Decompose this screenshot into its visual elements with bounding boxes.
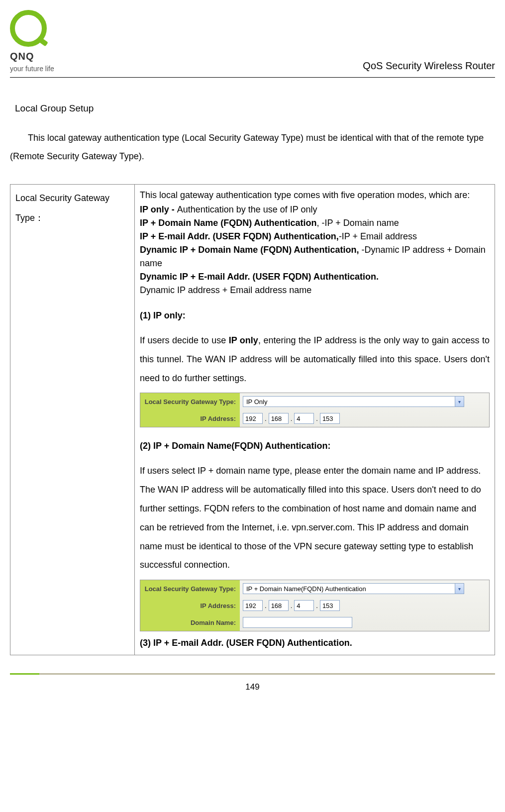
section-intro: This local gateway authentication type (… <box>10 129 495 167</box>
mode-4: Dynamic IP + Domain Name (FQDN) Authenti… <box>140 243 490 270</box>
logo-block: QNQ your future life <box>10 10 54 74</box>
tagline: your future life <box>10 64 54 74</box>
subsection-1-body: If users decide to use IP only, entering… <box>140 331 490 388</box>
subsection-1-head: (1) IP only: <box>140 309 490 322</box>
footer-rule <box>10 673 495 675</box>
ip-address-field: 192. 168. 4. 153 <box>240 413 489 424</box>
gateway-type-value: IP Only <box>246 397 267 407</box>
ui-panel-ip-only: Local Security Gateway Type: IP Only ▾ I… <box>140 393 490 427</box>
gateway-type-select[interactable]: IP + Domain Name(FQDN) Authentication ▾ <box>243 583 464 594</box>
mode-1: IP only - Authentication by the use of I… <box>140 203 490 216</box>
ip-octet-3[interactable]: 4 <box>294 600 314 611</box>
ip-octet-4[interactable]: 153 <box>320 413 340 424</box>
label-ip-address: IP Address: <box>140 597 240 614</box>
modes-intro: This local gateway authentication type c… <box>140 189 490 202</box>
ip-octet-4[interactable]: 153 <box>320 600 340 611</box>
mode-3: IP + E-mail Addr. (USER FQDN) Authentica… <box>140 230 490 243</box>
chevron-down-icon: ▾ <box>455 584 464 594</box>
mode-2: IP + Domain Name (FQDN) Authentication, … <box>140 216 490 230</box>
label-gateway-type: Local Security Gateway Type: <box>140 580 240 597</box>
page-header: QNQ your future life QoS Security Wirele… <box>10 10 495 78</box>
ip-address-field: 192. 168. 4. 153 <box>240 600 489 611</box>
chevron-down-icon: ▾ <box>455 397 464 406</box>
ip-octet-3[interactable]: 4 <box>294 413 314 424</box>
row-label: Local Security Gateway Type： <box>10 185 135 655</box>
gateway-type-select[interactable]: IP Only ▾ <box>243 396 464 407</box>
section-heading: Local Group Setup <box>15 102 495 116</box>
ip-octet-2[interactable]: 168 <box>269 600 289 611</box>
label-gateway-type: Local Security Gateway Type: <box>140 393 240 410</box>
row-content: This local gateway authentication type c… <box>135 185 495 655</box>
ip-octet-2[interactable]: 168 <box>269 413 289 424</box>
label-domain-name: Domain Name: <box>140 614 240 631</box>
mode-5b: Dynamic IP address + Email address name <box>140 284 490 297</box>
ui-panel-ip-fqdn: Local Security Gateway Type: IP + Domain… <box>140 580 490 631</box>
label-ip-address: IP Address: <box>140 410 240 427</box>
content-table: Local Security Gateway Type： This local … <box>10 184 495 655</box>
page-number: 149 <box>10 681 495 694</box>
subsection-2-head: (2) IP + Domain Name(FQDN) Authenticatio… <box>140 439 490 453</box>
domain-name-input[interactable] <box>243 617 352 628</box>
gateway-type-value: IP + Domain Name(FQDN) Authentication <box>246 584 366 594</box>
ip-octet-1[interactable]: 192 <box>243 413 263 424</box>
logo-icon <box>10 10 47 47</box>
logo-text: QNQ <box>10 49 34 64</box>
ip-octet-1[interactable]: 192 <box>243 600 263 611</box>
document-title: QoS Security Wireless Router <box>363 58 495 74</box>
mode-5: Dynamic IP + E-mail Addr. (USER FQDN) Au… <box>140 270 490 284</box>
subsection-3-head: (3) IP + E-mail Addr. (USER FQDN) Authen… <box>140 636 490 650</box>
subsection-2-body: If users select IP + domain name type, p… <box>140 462 490 575</box>
